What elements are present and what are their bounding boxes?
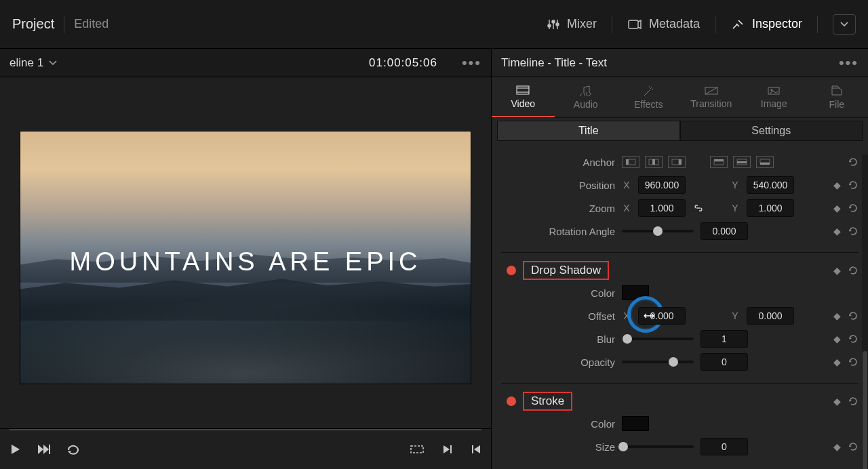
edited-label: Edited xyxy=(74,17,108,31)
tab-file[interactable]: File xyxy=(806,77,869,117)
viewer-options-button[interactable]: ••• xyxy=(462,54,481,72)
keyframe-button[interactable]: ◆ xyxy=(833,396,841,407)
dropdown-button[interactable] xyxy=(833,14,856,35)
keyframe-button[interactable]: ◆ xyxy=(833,310,841,321)
zoom-x-input[interactable]: 1.000 xyxy=(638,199,686,217)
rotation-slider[interactable] xyxy=(622,230,694,232)
mixer-button[interactable]: Mixer xyxy=(547,17,597,31)
stroke-size-slider[interactable] xyxy=(622,445,694,448)
axis-x: X xyxy=(622,180,631,190)
reset-button[interactable] xyxy=(848,396,859,407)
tab-audio[interactable]: Audio xyxy=(555,77,618,117)
anchor-top-button[interactable] xyxy=(710,156,728,168)
tab-label: Audio xyxy=(574,99,598,110)
ds-color-swatch[interactable] xyxy=(622,285,649,300)
ds-offset-label: Offset xyxy=(501,310,615,322)
transition-icon xyxy=(704,86,719,96)
drop-shadow-title[interactable]: Drop Shadow xyxy=(523,261,609,280)
match-frame-button[interactable] xyxy=(410,444,425,455)
reset-button[interactable] xyxy=(848,180,859,190)
mixer-icon xyxy=(547,18,560,31)
preview-frame: MOUNTAINS ARE EPIC xyxy=(20,131,471,384)
next-frame-button[interactable] xyxy=(37,443,52,455)
anchor-vcenter-button[interactable] xyxy=(733,156,751,168)
prev-clip-button[interactable] xyxy=(471,444,481,455)
ds-blur-label: Blur xyxy=(501,333,615,345)
keyframe-button[interactable]: ◆ xyxy=(833,180,841,190)
ds-blur-input[interactable]: 1 xyxy=(701,330,748,348)
audio-icon xyxy=(580,85,592,96)
inspector-options-button[interactable]: ••• xyxy=(839,54,859,72)
stroke-enable-toggle[interactable] xyxy=(507,396,516,406)
ds-opacity-input[interactable]: 0 xyxy=(701,353,748,371)
chevron-down-icon xyxy=(840,21,849,28)
scrub-bar[interactable] xyxy=(9,429,481,430)
svg-rect-10 xyxy=(472,445,473,453)
anchor-bottom-button[interactable] xyxy=(756,156,774,168)
viewer[interactable]: MOUNTAINS ARE EPIC xyxy=(0,77,491,428)
inspector-panel: Video Audio Effects Transition Image Fil… xyxy=(491,77,868,469)
tab-transition[interactable]: Transition xyxy=(680,77,743,117)
ds-offset-y-input[interactable]: 0.000 xyxy=(747,307,794,325)
vertical-scrollbar[interactable] xyxy=(862,155,868,469)
axis-y: Y xyxy=(730,180,740,190)
effects-icon xyxy=(642,85,654,96)
reset-button[interactable] xyxy=(848,203,859,213)
stroke-title[interactable]: Stroke xyxy=(523,392,572,411)
anchor-hcenter-button[interactable] xyxy=(645,156,663,168)
drop-shadow-enable-toggle[interactable] xyxy=(507,266,516,275)
timecode[interactable]: 01:00:05:06 xyxy=(369,56,437,70)
color-science-icon[interactable] xyxy=(448,58,451,68)
svg-point-5 xyxy=(556,23,559,26)
subtab-settings[interactable]: Settings xyxy=(680,121,863,141)
metadata-label: Metadata xyxy=(649,17,700,31)
metadata-button[interactable]: Metadata xyxy=(627,17,700,31)
inspector-button[interactable]: Inspector xyxy=(730,17,802,31)
timeline-name: eline 1 xyxy=(9,56,43,70)
loop-button[interactable] xyxy=(66,443,81,455)
timeline-selector[interactable]: eline 1 xyxy=(9,56,57,70)
reset-button[interactable] xyxy=(848,157,859,167)
anchor-label: Anchor xyxy=(501,157,615,168)
position-x-input[interactable]: 960.000 xyxy=(638,176,686,194)
keyframe-button[interactable]: ◆ xyxy=(833,441,841,452)
title-overlay: MOUNTAINS ARE EPIC xyxy=(20,247,471,277)
ds-blur-slider[interactable] xyxy=(622,338,694,340)
keyframe-button[interactable]: ◆ xyxy=(833,356,841,367)
svg-rect-25 xyxy=(714,161,724,165)
reset-button[interactable] xyxy=(848,265,859,276)
divider xyxy=(715,16,715,33)
file-icon xyxy=(830,85,844,96)
ds-opacity-slider[interactable] xyxy=(622,361,694,363)
keyframe-button[interactable]: ◆ xyxy=(833,226,841,237)
tab-effects[interactable]: Effects xyxy=(617,77,680,117)
svg-rect-23 xyxy=(679,159,682,165)
keyframe-button[interactable]: ◆ xyxy=(833,265,841,276)
stroke-size-input[interactable]: 0 xyxy=(701,438,748,455)
reset-button[interactable] xyxy=(848,226,859,237)
reset-button[interactable] xyxy=(848,356,859,367)
subtab-title[interactable]: Title xyxy=(497,121,680,141)
stroke-size-label: Size xyxy=(501,441,615,453)
anchor-left-button[interactable] xyxy=(622,156,639,168)
link-icon[interactable] xyxy=(692,203,724,213)
axis-x: X xyxy=(622,310,631,321)
reset-button[interactable] xyxy=(848,310,859,321)
svg-rect-11 xyxy=(517,86,529,94)
keyframe-button[interactable]: ◆ xyxy=(833,333,841,344)
tab-image[interactable]: Image xyxy=(743,77,806,117)
tab-video[interactable]: Video xyxy=(492,77,555,117)
viewer-header: eline 1 01:00:05:06 ••• xyxy=(0,49,491,77)
metadata-icon xyxy=(627,18,642,31)
svg-rect-19 xyxy=(629,159,635,165)
position-y-input[interactable]: 540.000 xyxy=(747,176,794,194)
zoom-y-input[interactable]: 1.000 xyxy=(747,199,794,217)
next-clip-button[interactable] xyxy=(442,444,453,455)
stroke-color-swatch[interactable] xyxy=(622,416,649,431)
rotation-input[interactable]: 0.000 xyxy=(701,222,748,240)
reset-button[interactable] xyxy=(848,441,859,452)
keyframe-button[interactable]: ◆ xyxy=(833,203,841,213)
play-button[interactable] xyxy=(9,443,22,455)
anchor-right-button[interactable] xyxy=(668,156,686,168)
reset-button[interactable] xyxy=(848,333,859,344)
